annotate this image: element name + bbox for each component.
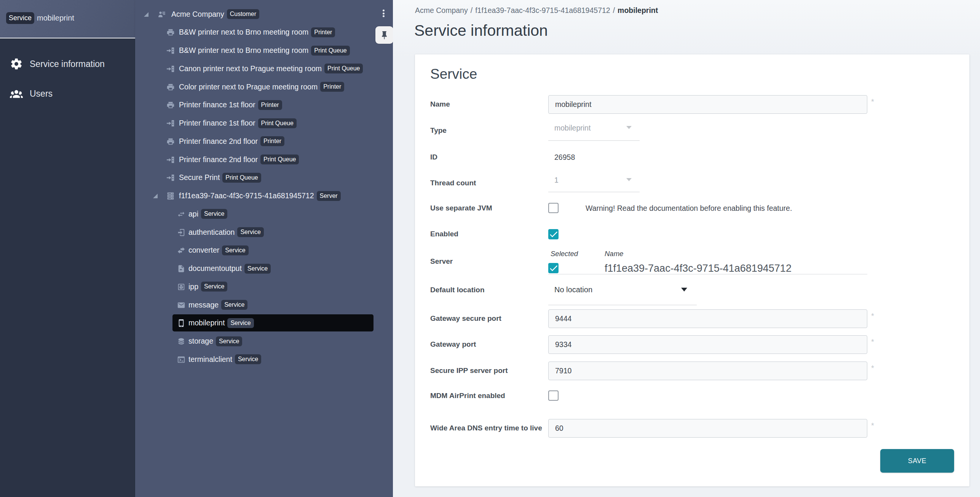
server-table-header-name: Name: [605, 250, 623, 258]
tree-item-canon-printer-next-to-prague-meeting-room[interactable]: Canon printer next to Prague meeting roo…: [135, 60, 393, 77]
mdm-airprint-enabled-checkbox[interactable]: [548, 390, 559, 401]
sidebar-item-users[interactable]: Users: [0, 79, 135, 108]
tree-item-badge: Service: [201, 282, 227, 292]
sidebar-item-label: Service information: [30, 59, 105, 69]
tree-item-label: Printer finance 1st floor: [179, 100, 255, 109]
select-underline: [548, 192, 640, 192]
select-value: 1: [554, 176, 559, 185]
tree: Acme CompanyCustomerB&W printer next to …: [135, 0, 393, 497]
breadcrumb-link[interactable]: f1f1ea39-7aac-4f3c-9715-41a681945712: [475, 6, 610, 14]
printer-icon: [166, 101, 175, 109]
printer-icon: [166, 137, 175, 146]
enabled-checkbox[interactable]: [548, 229, 559, 239]
kebab-dot: [383, 10, 385, 11]
tree-item-label: Color printer next to Prague meeting roo…: [179, 83, 318, 91]
tree-item-badge: Service: [216, 336, 242, 346]
server-selected-checkbox[interactable]: [548, 263, 559, 273]
tree-item-badge: Service: [244, 264, 271, 274]
server-row-divider: [548, 274, 867, 274]
gateway-secure-port-input[interactable]: [548, 309, 867, 328]
select-arrow-icon: [681, 288, 687, 292]
tree-item-badge: Service: [201, 209, 227, 219]
breadcrumb-current: mobileprint: [618, 6, 658, 14]
tree-item-api[interactable]: apiService: [135, 205, 393, 223]
tree-item-b-w-printer-next-to-brno-meeting-room[interactable]: B&W printer next to Brno meeting roomPri…: [135, 42, 393, 59]
tree-item-badge: Print Queue: [258, 118, 297, 128]
tree-item-label: Secure Print: [179, 173, 220, 182]
tree-item-printer-finance-2nd-floor[interactable]: Printer finance 2nd floorPrinter: [135, 133, 393, 150]
tree-item-printer-finance-2nd-floor[interactable]: Printer finance 2nd floorPrint Queue: [135, 151, 393, 168]
tree-item-label: Printer finance 2nd floor: [179, 155, 258, 164]
tree-item-badge: Server: [317, 191, 341, 201]
print-queue-icon: [166, 156, 175, 164]
sidebar-item-service-information[interactable]: Service information: [0, 49, 135, 79]
server-icon: [166, 192, 175, 200]
required-asterisk: *: [871, 97, 874, 106]
tree-item-acme-company[interactable]: Acme CompanyCustomer: [135, 6, 393, 23]
customer-icon: [158, 10, 166, 19]
field-label: Server: [430, 257, 453, 266]
printer-icon: [166, 83, 175, 91]
wide-area-dns-entry-time-to-live-input[interactable]: [548, 419, 867, 438]
print-queue-icon: [166, 46, 175, 55]
tree-item-secure-print[interactable]: Secure PrintPrint Queue: [135, 169, 393, 186]
tree-item-printer-finance-1st-floor[interactable]: Printer finance 1st floorPrinter: [135, 96, 393, 113]
tree-item-f1f1ea39-7aac-4f3c-9715-41a681945712[interactable]: f1f1ea39-7aac-4f3c-9715-41a681945712Serv…: [135, 187, 393, 204]
tree-item-mobileprint[interactable]: mobileprintService: [135, 314, 393, 331]
tree-item-storage[interactable]: storageService: [135, 333, 393, 350]
type-select: mobileprint: [548, 119, 640, 141]
tree-item-badge: Printer: [258, 100, 282, 110]
breadcrumb-link[interactable]: Acme Company: [415, 6, 468, 14]
kebab-menu-icon[interactable]: [380, 10, 387, 18]
mobileprint-icon: [177, 319, 185, 327]
tree-item-badge: Printer: [260, 136, 284, 146]
field-label: Wide Area DNS entry time to live: [430, 424, 542, 432]
tree-item-printer-finance-1st-floor[interactable]: Printer finance 1st floorPrint Queue: [135, 115, 393, 132]
tree-item-label: message: [188, 301, 219, 309]
save-button[interactable]: SAVE: [880, 449, 954, 473]
tree-item-converter[interactable]: converterService: [135, 242, 393, 259]
message-icon: [177, 301, 185, 309]
secure-ipp-server-port-input[interactable]: [548, 362, 867, 380]
terminalclient-icon: [177, 355, 185, 364]
server-name: f1f1ea39-7aac-4f3c-9715-41a681945712: [605, 263, 792, 274]
tree-item-documentoutput[interactable]: documentoutputService: [135, 260, 393, 277]
use-separate-jvm-checkbox[interactable]: [548, 203, 559, 213]
tree-item-authentication[interactable]: authenticationService: [135, 224, 393, 241]
thread-count-select: 1: [548, 171, 640, 192]
id-value: 26958: [554, 153, 575, 162]
select-value: mobileprint: [554, 124, 591, 132]
tree-item-badge: Printer: [311, 27, 335, 37]
documentoutput-icon: [177, 264, 185, 273]
tree-item-badge: Customer: [227, 9, 259, 19]
required-asterisk: *: [871, 338, 874, 346]
tree-item-color-printer-next-to-prague-meeting-room[interactable]: Color printer next to Prague meeting roo…: [135, 78, 393, 96]
field-label: Use separate JVM: [430, 204, 492, 212]
expand-triangle-icon[interactable]: [153, 194, 158, 198]
expand-triangle-icon[interactable]: [144, 12, 148, 17]
tree-item-label: Printer finance 1st floor: [179, 119, 255, 127]
gateway-port-input[interactable]: [548, 335, 867, 354]
sidebar-item-label: Users: [30, 89, 53, 99]
pin-button[interactable]: [375, 26, 393, 44]
printer-icon: [166, 28, 175, 37]
tree-item-message[interactable]: messageService: [135, 296, 393, 314]
tree-item-badge: Print Queue: [311, 46, 350, 56]
tree-item-terminalclient[interactable]: terminalclientService: [135, 351, 393, 368]
field-label: Default location: [430, 286, 485, 294]
tree-item-label: api: [188, 210, 198, 218]
checkbox-note: Warning! Read the documentation before e…: [586, 204, 792, 213]
tree-item-ipp[interactable]: ippService: [135, 278, 393, 295]
field-label: Thread count: [430, 179, 476, 187]
api-icon: [177, 210, 185, 218]
tree-item-badge: Print Queue: [222, 173, 261, 183]
select-arrow-icon: [626, 178, 632, 181]
default-location-select[interactable]: No location: [548, 281, 697, 305]
tree-item-b-w-printer-next-to-brno-meeting-room[interactable]: B&W printer next to Brno meeting roomPri…: [135, 24, 393, 41]
tree-item-label: Acme Company: [171, 10, 224, 19]
field-label: Enabled: [430, 230, 458, 238]
name-input[interactable]: [548, 95, 867, 114]
select-underline: [548, 140, 640, 141]
tree-item-badge: Print Queue: [324, 64, 363, 73]
tree-item-label: converter: [188, 246, 219, 255]
